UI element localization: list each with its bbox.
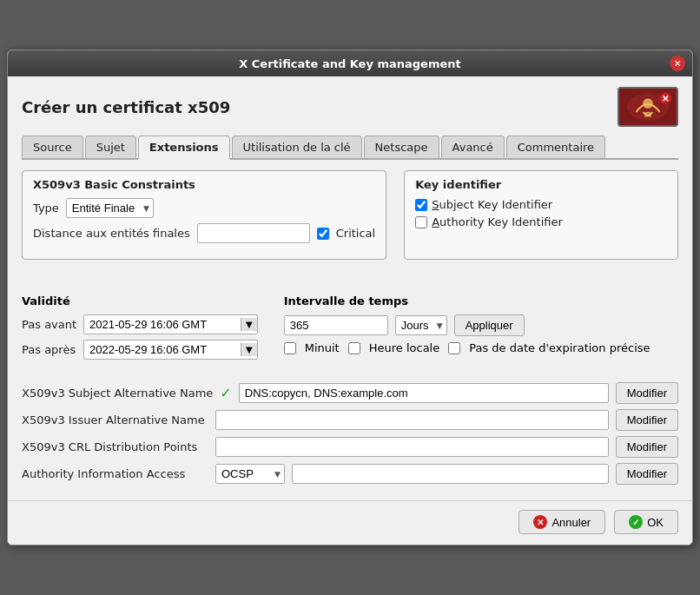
tab-netscape[interactable]: Netscape: [364, 136, 439, 158]
validity-section: Validité Pas avant ▼ Pas après ▼: [22, 294, 678, 365]
type-select-wrapper: Entité Finale CA: [66, 198, 154, 218]
pas-apres-row: Pas après ▼: [22, 340, 258, 360]
aia-select-wrapper: OCSP CA Issuers: [215, 464, 285, 484]
close-button[interactable]: ✕: [670, 56, 685, 71]
apply-button[interactable]: Appliquer: [454, 314, 525, 336]
san-row-2: X509v3 Issuer Alternative Name Modifier: [22, 409, 678, 431]
authority-key-row: Authority Key Identifier: [415, 215, 667, 228]
ok-button[interactable]: ✓ OK: [614, 510, 678, 534]
app-logo: [617, 87, 678, 127]
tab-sujet[interactable]: Sujet: [85, 136, 136, 158]
modifier-button-1[interactable]: Modifier: [616, 382, 678, 404]
san-section: X509v3 Subject Alternative Name ✓ Modifi…: [22, 382, 678, 485]
tab-utilisation[interactable]: Utilisation de la clé: [232, 136, 362, 158]
page-title: Créer un certificat x509: [22, 98, 230, 116]
san-input-1[interactable]: [239, 383, 609, 403]
tab-commentaire[interactable]: Commentaire: [506, 136, 605, 158]
pas-apres-input[interactable]: [84, 340, 241, 359]
pas-apres-dropdown-btn[interactable]: ▼: [241, 343, 257, 356]
window-title: X Certificate and Key management: [239, 57, 460, 70]
interval-unit-wrapper: Jours Mois Ans: [395, 315, 447, 335]
pas-avant-input[interactable]: [84, 315, 241, 334]
tab-bar: Source Sujet Extensions Utilisation de l…: [22, 136, 678, 160]
critical-label: Critical: [336, 227, 375, 240]
ok-label: OK: [647, 516, 664, 529]
cancel-icon: ✕: [533, 515, 547, 529]
spacer1: [22, 279, 678, 294]
distance-row: Distance aux entités finales Critical: [33, 223, 375, 243]
san-check-icon-1: ✓: [220, 385, 231, 401]
subject-key-checkbox[interactable]: [415, 199, 427, 211]
validity-left: Validité Pas avant ▼ Pas après ▼: [22, 294, 258, 365]
interval-input[interactable]: [284, 315, 388, 335]
distance-input[interactable]: [197, 223, 310, 243]
pas-avant-input-wrapper: ▼: [83, 314, 258, 334]
subject-key-label: Subject Key Identifier: [432, 198, 552, 211]
san-input-3[interactable]: [215, 437, 609, 457]
cancel-label: Annuler: [551, 516, 591, 529]
pas-avant-label: Pas avant: [22, 318, 78, 331]
interval-options-row: Minuit Heure locale Pas de date d'expira…: [284, 341, 650, 354]
type-row: Type Entité Finale CA: [33, 198, 375, 218]
top-section: X509v3 Basic Constraints Type Entité Fin…: [22, 170, 678, 270]
distance-label: Distance aux entités finales: [33, 227, 190, 240]
authority-key-label: Authority Key Identifier: [432, 215, 563, 228]
minuit-label: Minuit: [305, 341, 340, 354]
spacer2: [22, 365, 678, 382]
basic-constraints-section: X509v3 Basic Constraints Type Entité Fin…: [22, 170, 386, 260]
aia-label: Authority Information Access: [22, 467, 208, 480]
ok-icon: ✓: [629, 515, 643, 529]
tab-avance[interactable]: Avancé: [441, 136, 505, 158]
aia-row: Authority Information Access OCSP CA Iss…: [22, 463, 678, 485]
validity-title: Validité: [22, 294, 258, 307]
pas-avant-dropdown-btn[interactable]: ▼: [241, 318, 257, 331]
san-row-1: X509v3 Subject Alternative Name ✓ Modifi…: [22, 382, 678, 404]
type-label: Type: [33, 202, 59, 215]
titlebar: X Certificate and Key management ✕: [8, 50, 692, 76]
aia-input[interactable]: [292, 464, 609, 484]
interval-title: Intervalle de temps: [284, 294, 650, 307]
cancel-button[interactable]: ✕ Annuler: [518, 510, 605, 534]
tab-source[interactable]: Source: [22, 136, 83, 158]
critical-checkbox[interactable]: [317, 228, 329, 240]
type-select[interactable]: Entité Finale CA: [66, 198, 154, 218]
pas-apres-input-wrapper: ▼: [83, 340, 258, 360]
interval-right: Intervalle de temps Jours Mois Ans Appli…: [284, 294, 650, 354]
pas-avant-row: Pas avant ▼: [22, 314, 258, 334]
aia-select[interactable]: OCSP CA Issuers: [215, 464, 285, 484]
authority-key-checkbox[interactable]: [415, 216, 427, 228]
key-identifier-section: Key identifier Subject Key Identifier Au…: [404, 170, 678, 260]
minuit-checkbox[interactable]: [284, 342, 296, 354]
san-label-3: X509v3 CRL Distribution Points: [22, 440, 208, 453]
no-expiry-checkbox[interactable]: [448, 342, 460, 354]
heure-locale-checkbox[interactable]: [348, 342, 360, 354]
footer: ✕ Annuler ✓ OK: [8, 500, 692, 545]
modifier-button-3[interactable]: Modifier: [616, 436, 678, 458]
aia-modifier-button[interactable]: Modifier: [616, 463, 678, 485]
basic-constraints-title: X509v3 Basic Constraints: [33, 178, 375, 191]
san-label-1: X509v3 Subject Alternative Name: [22, 387, 213, 400]
svg-point-2: [643, 98, 653, 109]
subject-key-row: Subject Key Identifier: [415, 198, 667, 211]
san-label-2: X509v3 Issuer Alternative Name: [22, 413, 208, 426]
modifier-button-2[interactable]: Modifier: [616, 409, 678, 431]
san-row-3: X509v3 CRL Distribution Points Modifier: [22, 436, 678, 458]
no-expiry-label: Pas de date d'expiration précise: [469, 341, 650, 354]
heure-locale-label: Heure locale: [369, 341, 440, 354]
svg-rect-3: [644, 112, 651, 117]
tab-extensions[interactable]: Extensions: [138, 136, 230, 160]
interval-unit-select[interactable]: Jours Mois Ans: [395, 315, 447, 335]
interval-row: Jours Mois Ans Appliquer: [284, 314, 650, 336]
content-area: Créer un certificat x509 Source Sujet Ex…: [8, 76, 692, 500]
main-window: X Certificate and Key management ✕ Créer…: [7, 50, 693, 545]
key-identifier-title: Key identifier: [415, 178, 667, 191]
pas-apres-label: Pas après: [22, 343, 78, 356]
header-row: Créer un certificat x509: [22, 87, 678, 127]
san-input-2[interactable]: [215, 410, 609, 430]
